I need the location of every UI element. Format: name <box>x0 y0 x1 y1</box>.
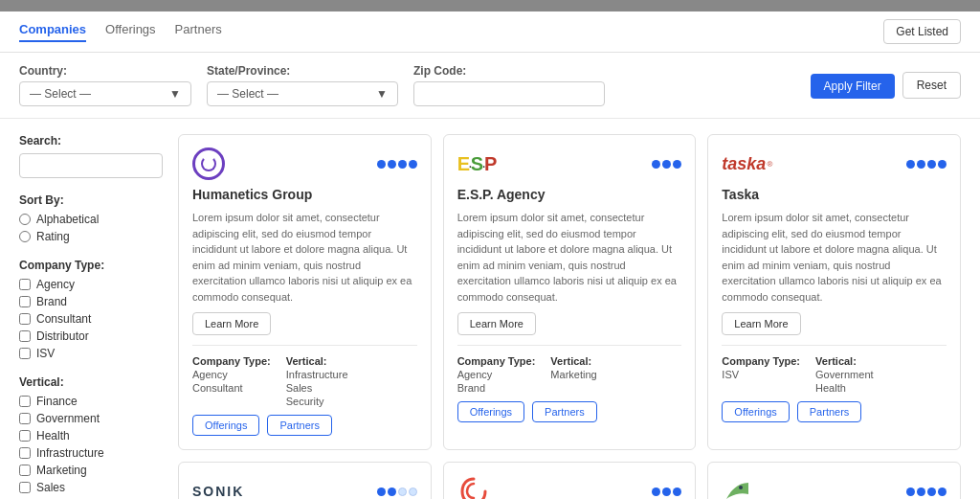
humanetics-name: Humanetics Group <box>192 187 417 202</box>
spotted-fin-icon <box>722 475 754 499</box>
star-4 <box>409 488 417 496</box>
humanetics-vertical-1: Infrastructure <box>286 369 348 380</box>
humanetics-type-label: Company Type: <box>192 355 271 367</box>
filter-actions: Apply Filter Reset <box>811 72 961 99</box>
sort-alphabetical-label: Alphabetical <box>36 213 99 226</box>
humanetics-footer: Offerings Partners <box>192 415 417 436</box>
esp-verticals: Vertical: Marketing <box>550 355 596 394</box>
taska-learn-more[interactable]: Learn More <box>722 312 800 335</box>
taska-meta: Company Type: ISV Vertical: Government H… <box>722 355 947 394</box>
taska-logo: taska ® <box>722 148 772 179</box>
humanetics-offerings-btn[interactable]: Offerings <box>192 415 259 436</box>
star-2 <box>662 488 671 496</box>
esp-types: Company Type: Agency Brand <box>457 355 536 394</box>
vertical-finance[interactable]: Finance <box>19 395 163 408</box>
star-2 <box>388 488 396 496</box>
vertical-marketing[interactable]: Marketing <box>19 464 163 477</box>
sort-rating[interactable]: Rating <box>19 230 163 243</box>
zip-input[interactable] <box>413 81 605 106</box>
humanetics-meta: Company Type: Agency Consultant Vertical… <box>192 355 417 407</box>
card-humanetics-header <box>192 148 417 179</box>
spotted-fin-logo <box>722 476 754 499</box>
type-isv[interactable]: ISV <box>19 347 163 360</box>
vertical-government[interactable]: Government <box>19 412 163 425</box>
sort-label: Sort By: <box>19 193 163 207</box>
sidebar: Search: Sort By: Alphabetical Rating <box>19 134 163 499</box>
card-spotted-fin-header <box>722 476 947 499</box>
apply-filter-button[interactable]: Apply Filter <box>811 74 895 99</box>
state-select-value: — Select — <box>217 87 278 101</box>
star-2 <box>662 160 671 169</box>
main-content: Search: Sort By: Alphabetical Rating <box>0 119 980 499</box>
star-4 <box>409 160 417 169</box>
state-select[interactable]: — Select — ▼ <box>207 81 398 106</box>
sort-alphabetical[interactable]: Alphabetical <box>19 213 163 226</box>
star-3 <box>673 488 681 496</box>
top-background <box>0 0 980 11</box>
humanetics-type-2: Consultant <box>192 382 271 394</box>
humanetics-types: Company Type: Agency Consultant <box>192 355 271 407</box>
esp-type-label: Company Type: <box>457 355 536 367</box>
esp-offerings-btn[interactable]: Offerings <box>457 401 524 422</box>
card-taska-header: taska ® <box>722 148 947 179</box>
state-label: State/Province: <box>207 64 398 78</box>
country-chevron-icon: ▼ <box>169 87 181 101</box>
humanetics-rating <box>377 160 417 169</box>
esp-learn-more[interactable]: Learn More <box>457 312 536 335</box>
company-type-list: Agency Brand Consultant Distributor ISV <box>19 278 163 360</box>
star-2 <box>917 488 925 496</box>
tab-offerings[interactable]: Offerings <box>105 22 156 42</box>
state-chevron-icon: ▼ <box>376 87 388 101</box>
taska-partners-btn[interactable]: Partners <box>797 401 862 422</box>
esp-type-1: Agency <box>457 369 536 380</box>
star-1 <box>906 488 915 496</box>
type-consultant[interactable]: Consultant <box>19 312 163 326</box>
vertical-infrastructure[interactable]: Infrastructure <box>19 446 163 460</box>
esp-partners-btn[interactable]: Partners <box>532 401 597 422</box>
company-type-section: Company Type: Agency Brand Consultant Di… <box>19 259 163 360</box>
company-type-label: Company Type: <box>19 259 163 272</box>
country-select[interactable]: — Select — ▼ <box>19 81 191 106</box>
esp-vertical-1: Marketing <box>550 369 596 380</box>
taska-type-label: Company Type: <box>722 355 800 367</box>
svg-point-0 <box>739 486 743 489</box>
country-select-value: — Select — <box>30 87 91 101</box>
tab-companies[interactable]: Companies <box>19 22 86 42</box>
esp-vertical-label: Vertical: <box>550 355 596 367</box>
humanetics-divider <box>192 345 417 346</box>
humanetics-learn-more[interactable]: Learn More <box>192 312 271 335</box>
humanetics-type-1: Agency <box>192 369 271 380</box>
star-3 <box>398 488 407 496</box>
nav-tabs: Companies Offerings Partners <box>19 22 222 42</box>
taska-vertical-1: Government <box>815 369 874 380</box>
tab-partners[interactable]: Partners <box>175 22 222 42</box>
sort-rating-radio[interactable] <box>19 231 31 242</box>
page-wrapper: Companies Offerings Partners Get Listed … <box>0 0 980 499</box>
taska-divider <box>722 345 947 346</box>
star-1 <box>906 160 915 169</box>
humanetics-partners-btn[interactable]: Partners <box>267 415 332 436</box>
vertical-sales[interactable]: Sales <box>19 481 163 494</box>
sort-alphabetical-radio[interactable] <box>19 214 31 225</box>
esp-meta: Company Type: Agency Brand Vertical: Mar… <box>457 355 682 394</box>
star-3 <box>398 160 407 169</box>
card-spotted-fin: Spotted Fin Lorem ipsum dolor sit amet, … <box>707 462 961 499</box>
esp-desc: Lorem ipsum dolor sit amet, consectetur … <box>457 210 682 305</box>
humanetics-vertical-2: Sales <box>286 382 348 394</box>
star-1 <box>652 488 660 496</box>
country-filter: Country: — Select — ▼ <box>19 64 191 106</box>
get-listed-button[interactable]: Get Listed <box>883 19 961 44</box>
type-brand[interactable]: Brand <box>19 295 163 308</box>
zip-label: Zip Code: <box>413 64 605 78</box>
esp-rating <box>652 160 681 169</box>
reset-filter-button[interactable]: Reset <box>902 72 961 99</box>
taska-vertical-2: Health <box>815 382 874 394</box>
spotted-fin-rating <box>906 488 947 496</box>
zip-filter: Zip Code: <box>413 64 605 106</box>
search-input[interactable] <box>19 153 163 178</box>
vertical-health[interactable]: Health <box>19 429 163 442</box>
star-1 <box>377 160 386 169</box>
taska-offerings-btn[interactable]: Offerings <box>722 401 789 422</box>
type-distributor[interactable]: Distributor <box>19 329 163 343</box>
type-agency[interactable]: Agency <box>19 278 163 291</box>
